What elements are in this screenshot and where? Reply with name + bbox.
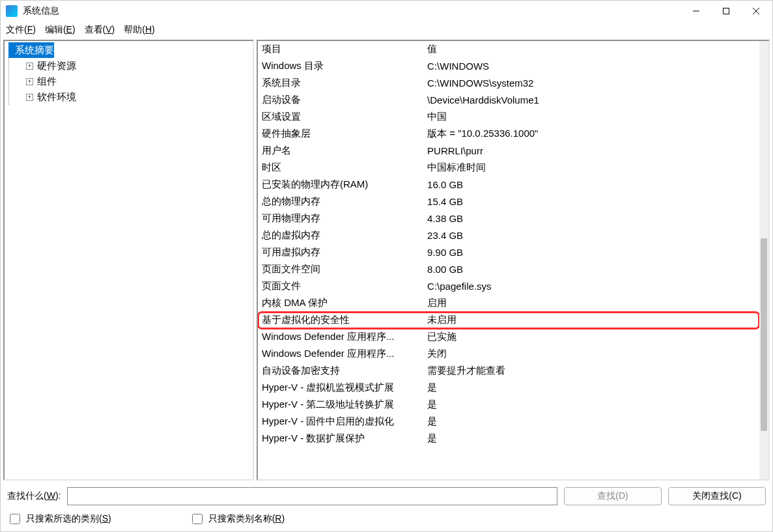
table-row[interactable]: Windows Defender 应用程序...关闭	[258, 346, 759, 363]
header-value: 值	[423, 41, 759, 58]
table-row[interactable]: 时区中国标准时间	[258, 160, 759, 176]
expand-icon[interactable]: +	[26, 63, 33, 70]
table-row[interactable]: 内核 DMA 保护启用	[258, 295, 759, 312]
menu-view[interactable]: 查看(V)	[85, 24, 115, 36]
title-bar: 系统信息	[1, 1, 772, 21]
cell-value: C:\pagefile.sys	[423, 278, 759, 295]
table-row[interactable]: 区域设置中国	[258, 109, 759, 126]
table-row[interactable]: 可用物理内存4.38 GB	[258, 210, 759, 227]
table-row[interactable]: Windows Defender 应用程序...已实施	[258, 329, 759, 346]
cell-value: 是	[423, 430, 759, 447]
table-row[interactable]: 启动设备\Device\HarddiskVolume1	[258, 92, 759, 109]
cell-value: 是	[423, 397, 759, 413]
menu-edit[interactable]: 编辑(E)	[45, 24, 76, 36]
close-button[interactable]	[741, 1, 771, 21]
app-icon	[6, 5, 18, 17]
cell-value: 启用	[423, 295, 759, 312]
cell-value: 9.90 GB	[423, 244, 759, 261]
scrollbar-thumb[interactable]	[761, 238, 767, 431]
vertical-scrollbar[interactable]	[759, 41, 768, 479]
cell-value: 16.0 GB	[423, 176, 759, 193]
menu-file[interactable]: 文件(F)	[6, 24, 36, 36]
cell-value: C:\WINDOWS\system32	[423, 75, 759, 92]
tree-root[interactable]: 系统摘要	[8, 42, 54, 58]
table-row[interactable]: Windows 目录C:\WINDOWS	[258, 58, 759, 75]
maximize-button[interactable]	[711, 1, 741, 21]
cell-item: 系统目录	[258, 75, 423, 92]
table-row[interactable]: 总的物理内存15.4 GB	[258, 193, 759, 210]
cell-value: PURRLI\purr	[423, 143, 759, 160]
table-row[interactable]: Hyper-V - 数据扩展保护是	[258, 430, 759, 447]
table-row[interactable]: Hyper-V - 虚拟机监视模式扩展是	[258, 380, 759, 397]
tree-item[interactable]: +硬件资源	[16, 58, 253, 74]
chk-category-name-only-box[interactable]	[192, 514, 203, 524]
cell-item: Hyper-V - 第二级地址转换扩展	[258, 397, 423, 413]
tree-item-label: 软件环境	[37, 91, 76, 104]
tree-item-label: 组件	[37, 76, 57, 88]
tree-item-label: 硬件资源	[37, 60, 76, 72]
cell-item: 用户名	[258, 143, 423, 160]
tree-item[interactable]: +软件环境	[16, 89, 253, 105]
chk-selected-category-box[interactable]	[10, 514, 20, 524]
detail-scroll[interactable]: 项目 值 Windows 目录C:\WINDOWS系统目录C:\WINDOWS\…	[258, 41, 759, 479]
svg-rect-1	[724, 8, 729, 14]
table-row[interactable]: 硬件抽象层版本 = "10.0.25336.1000"	[258, 126, 759, 143]
detail-header[interactable]: 项目 值	[258, 41, 759, 58]
cell-item: Windows Defender 应用程序...	[258, 346, 423, 363]
tree-pane[interactable]: 系统摘要 +硬件资源+组件+软件环境	[3, 40, 254, 481]
cell-item: 总的物理内存	[258, 193, 423, 210]
cell-item: 硬件抽象层	[258, 126, 423, 143]
tree-root-label: 系统摘要	[15, 44, 54, 57]
table-row[interactable]: 总的虚拟内存23.4 GB	[258, 227, 759, 244]
table-row[interactable]: 系统目录C:\WINDOWS\system32	[258, 75, 759, 92]
chk-category-name-only[interactable]: 只搜索类别名称(R)	[190, 512, 285, 526]
cell-item: 启动设备	[258, 92, 423, 109]
cell-value: 23.4 GB	[423, 227, 759, 244]
table-row[interactable]: 已安装的物理内存(RAM)16.0 GB	[258, 176, 759, 193]
close-icon	[753, 8, 759, 14]
minimize-icon	[693, 8, 699, 14]
tree-item[interactable]: +组件	[16, 74, 253, 89]
table-row[interactable]: 用户名PURRLI\purr	[258, 143, 759, 160]
cell-value: 需要提升才能查看	[423, 363, 759, 380]
cell-value: 中国标准时间	[423, 160, 759, 176]
chk-selected-category[interactable]: 只搜索所选的类别(S)	[7, 512, 111, 526]
cell-item: 区域设置	[258, 109, 423, 126]
table-row[interactable]: 页面文件空间8.00 GB	[258, 261, 759, 278]
search-bar: 查找什么(W): 查找(D) 关闭查找(C) 只搜索所选的类别(S) 只搜索类别…	[1, 483, 772, 531]
table-row[interactable]: 自动设备加密支持需要提升才能查看	[258, 363, 759, 380]
cell-item: 可用虚拟内存	[258, 244, 423, 261]
window-frame: 系统信息 文件(F) 编辑(E) 查看(V) 帮助(H) 系统摘要 +硬件资源+…	[0, 0, 773, 532]
cell-item: 时区	[258, 160, 423, 176]
table-row[interactable]: 页面文件C:\pagefile.sys	[258, 278, 759, 295]
table-row[interactable]: 基于虚拟化的安全性未启用	[258, 312, 759, 329]
detail-table: 项目 值 Windows 目录C:\WINDOWS系统目录C:\WINDOWS\…	[258, 41, 759, 447]
table-row[interactable]: 可用虚拟内存9.90 GB	[258, 244, 759, 261]
cell-item: 已安装的物理内存(RAM)	[258, 176, 423, 193]
close-find-button[interactable]: 关闭查找(C)	[668, 487, 766, 505]
cell-value: 是	[423, 380, 759, 397]
expand-icon[interactable]: +	[26, 78, 33, 85]
cell-item: 可用物理内存	[258, 210, 423, 227]
cell-value: 15.4 GB	[423, 193, 759, 210]
menu-help[interactable]: 帮助(H)	[124, 24, 154, 36]
cell-item: Windows 目录	[258, 58, 423, 75]
minimize-button[interactable]	[681, 1, 711, 21]
search-input[interactable]	[67, 487, 557, 505]
expand-icon[interactable]: +	[26, 94, 33, 101]
find-button[interactable]: 查找(D)	[564, 487, 662, 505]
table-row[interactable]: Hyper-V - 固件中启用的虚拟化是	[258, 413, 759, 430]
cell-item: 基于虚拟化的安全性	[258, 312, 423, 329]
table-row[interactable]: Hyper-V - 第二级地址转换扩展是	[258, 397, 759, 413]
maximize-icon	[723, 8, 729, 14]
cell-value: 关闭	[423, 346, 759, 363]
cell-value: 4.38 GB	[423, 210, 759, 227]
cell-value: \Device\HarddiskVolume1	[423, 92, 759, 109]
cell-item: 总的虚拟内存	[258, 227, 423, 244]
cell-item: 自动设备加密支持	[258, 363, 423, 380]
window-title: 系统信息	[23, 5, 681, 17]
cell-value: 是	[423, 413, 759, 430]
cell-value: 版本 = "10.0.25336.1000"	[423, 126, 759, 143]
cell-item: Hyper-V - 固件中启用的虚拟化	[258, 413, 423, 430]
menu-bar: 文件(F) 编辑(E) 查看(V) 帮助(H)	[1, 21, 772, 38]
